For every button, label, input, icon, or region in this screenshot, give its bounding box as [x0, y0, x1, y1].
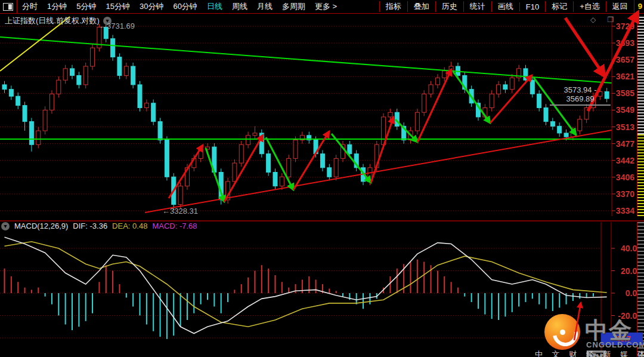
- trading-app-window: { "toolbar": { "left_items": [ {"label":…: [0, 0, 644, 357]
- right-scroll-strip-top[interactable]: [637, 17, 644, 134]
- chart-canvas[interactable]: 3729369336573621358535493513347734423406…: [0, 0, 644, 357]
- logo-domain: CNGOLD.COM.CN: [586, 340, 644, 349]
- macd-histogram: [5, 260, 593, 339]
- dif-value: DIF: -3.36: [73, 221, 107, 230]
- symbol-title-row: 上证指数(日线.前复权.对数) ▾: [5, 16, 112, 26]
- dea-line: [5, 242, 607, 327]
- price-axis-label: 3334: [616, 206, 634, 216]
- price-axis-label: 3370: [616, 189, 634, 199]
- price-axis-label: 3693: [616, 38, 634, 48]
- logo-dot-icon: [560, 330, 565, 335]
- period-item-8[interactable]: 月线: [252, 1, 277, 12]
- tool-item-1[interactable]: 叠加: [407, 1, 435, 12]
- high-price-tag: ←3731.69: [99, 21, 135, 30]
- period-item-5[interactable]: 60分钟: [168, 1, 202, 12]
- price-axis-label: 3657: [616, 55, 634, 64]
- title-corner-icons[interactable]: ◇ ❐: [590, 16, 618, 24]
- macd-params: MACD(12,26,9): [14, 221, 68, 230]
- tool-item-6[interactable]: 标记: [545, 1, 573, 12]
- period-item-2[interactable]: 5分钟: [72, 1, 101, 12]
- cngold-logo: 中金网 CNGOLD.COM.CN 中 文 财 经 新 媒 体: [534, 313, 641, 356]
- tool-item-4[interactable]: 画线: [491, 1, 519, 12]
- price-axis-label: 3549: [616, 105, 634, 115]
- price-axis-label: 3477: [616, 139, 634, 149]
- crosshair-price-label: 3573.94 - 3569.89: [550, 85, 611, 106]
- macd-value: MACD: -7.68: [152, 221, 197, 230]
- tool-item-0[interactable]: 指标: [379, 1, 407, 12]
- symbol-title: 上证指数(日线.前复权.对数): [5, 16, 100, 26]
- price-axis-label: 3585: [616, 88, 634, 98]
- window-split-icon[interactable]: [3, 3, 13, 11]
- corner-glyph: 9: [634, 0, 644, 13]
- tool-item-5[interactable]: F10: [519, 2, 545, 11]
- tool-item-3[interactable]: 统计: [463, 1, 491, 12]
- toolbar: 分时1分钟5分钟15分钟30分钟60分钟日线周线月线多周期更多 > 指标叠加历史…: [0, 0, 644, 14]
- price-axis-label: 3406: [616, 173, 634, 182]
- candlestick-layer: [2, 24, 609, 210]
- period-item-4[interactable]: 30分钟: [135, 1, 168, 12]
- period-menu: 分时1分钟5分钟15分钟30分钟60分钟日线周线月线多周期更多 >: [17, 1, 342, 12]
- period-item-6[interactable]: 日线: [202, 1, 227, 12]
- price-axis-label: 3729: [616, 21, 634, 31]
- tool-item-8[interactable]: 返回: [606, 1, 634, 12]
- dea-value: DEA: 0.48: [112, 221, 147, 230]
- tool-item-7[interactable]: +自选: [573, 1, 606, 12]
- price-axis-label: 3621: [616, 72, 634, 81]
- low-price-tag: ←3328.31: [162, 207, 198, 216]
- price-axis-label: 3442: [616, 156, 634, 165]
- collapse-icon[interactable]: ▾: [1, 222, 10, 230]
- period-item-0[interactable]: 分时: [17, 1, 42, 12]
- tools-menu: 指标叠加历史统计画线F10标记+自选返回: [379, 1, 634, 12]
- period-item-3[interactable]: 15分钟: [101, 1, 134, 12]
- dif-line: [5, 237, 607, 333]
- period-item-1[interactable]: 1分钟: [42, 1, 72, 12]
- macd-header: ▾ MACD(12,26,9) DIF: -3.36 DEA: 0.48 MAC…: [1, 221, 197, 230]
- tool-item-2[interactable]: 历史: [435, 1, 463, 12]
- logo-tagline: 中 文 财 经 新 媒 体: [535, 349, 644, 357]
- period-item-7[interactable]: 周线: [227, 1, 252, 12]
- period-item-9[interactable]: 多周期: [277, 1, 310, 12]
- right-scroll-strip-bottom[interactable]: [637, 134, 644, 216]
- price-axis-label: 3513: [616, 122, 634, 132]
- period-item-10[interactable]: 更多 >: [310, 1, 342, 12]
